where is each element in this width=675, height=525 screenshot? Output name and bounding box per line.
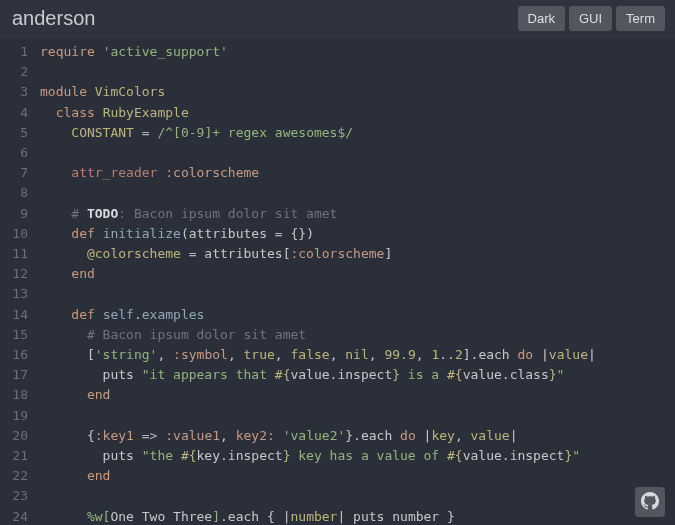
line-number: 21: [0, 446, 32, 466]
line-content: [32, 143, 40, 163]
code-line: 21 puts "the #{key.inspect} key has a va…: [0, 446, 675, 466]
code-line: 12 end: [0, 264, 675, 284]
code-line: 7 attr_reader :colorscheme: [0, 163, 675, 183]
code-line: 22 end: [0, 466, 675, 486]
code-line: 16 ['string', :symbol, true, false, nil,…: [0, 345, 675, 365]
dark-button[interactable]: Dark: [518, 6, 565, 31]
line-content: attr_reader :colorscheme: [32, 163, 259, 183]
code-line: 4 class RubyExample: [0, 103, 675, 123]
line-number: 7: [0, 163, 32, 183]
line-content: [32, 62, 40, 82]
header-bar: anderson Dark GUI Term: [0, 0, 675, 39]
line-number: 20: [0, 426, 32, 446]
line-number: 15: [0, 325, 32, 345]
line-content: [32, 486, 40, 506]
line-content: [32, 183, 40, 203]
line-content: %w[One Two Three].each { |number| puts n…: [32, 507, 455, 525]
line-content: end: [32, 385, 110, 405]
line-number: 14: [0, 305, 32, 325]
line-content: [32, 406, 40, 426]
mode-buttons: Dark GUI Term: [518, 6, 665, 31]
colorscheme-title: anderson: [12, 7, 95, 30]
gui-button[interactable]: GUI: [569, 6, 612, 31]
code-line: 15 # Bacon ipsum dolor sit amet: [0, 325, 675, 345]
line-number: 9: [0, 204, 32, 224]
line-content: @colorscheme = attributes[:colorscheme]: [32, 244, 392, 264]
code-line: 6: [0, 143, 675, 163]
line-number: 3: [0, 82, 32, 102]
code-line: 14 def self.examples: [0, 305, 675, 325]
line-number: 2: [0, 62, 32, 82]
code-line: 13: [0, 284, 675, 304]
line-number: 23: [0, 486, 32, 506]
line-number: 18: [0, 385, 32, 405]
line-number: 16: [0, 345, 32, 365]
line-number: 22: [0, 466, 32, 486]
line-number: 13: [0, 284, 32, 304]
line-number: 12: [0, 264, 32, 284]
line-content: class RubyExample: [32, 103, 189, 123]
code-line: 5 CONSTANT = /^[0-9]+ regex awesomes$/: [0, 123, 675, 143]
code-line: 19: [0, 406, 675, 426]
line-number: 10: [0, 224, 32, 244]
term-button[interactable]: Term: [616, 6, 665, 31]
line-content: puts "it appears that #{value.inspect} i…: [32, 365, 564, 385]
line-content: {:key1 => :value1, key2: 'value2'}.each …: [32, 426, 518, 446]
line-number: 1: [0, 42, 32, 62]
line-content: CONSTANT = /^[0-9]+ regex awesomes$/: [32, 123, 353, 143]
line-content: module VimColors: [32, 82, 165, 102]
line-number: 11: [0, 244, 32, 264]
code-line: 3module VimColors: [0, 82, 675, 102]
code-line: 23: [0, 486, 675, 506]
line-content: # Bacon ipsum dolor sit amet: [32, 325, 306, 345]
code-line: 18 end: [0, 385, 675, 405]
code-line: 24 %w[One Two Three].each { |number| put…: [0, 507, 675, 525]
line-content: ['string', :symbol, true, false, nil, 99…: [32, 345, 596, 365]
line-content: require 'active_support': [32, 42, 228, 62]
code-line: 9 # TODO: Bacon ipsum dolor sit amet: [0, 204, 675, 224]
line-content: puts "the #{key.inspect} key has a value…: [32, 446, 580, 466]
line-content: def self.examples: [32, 305, 204, 325]
line-content: # TODO: Bacon ipsum dolor sit amet: [32, 204, 337, 224]
line-number: 5: [0, 123, 32, 143]
line-content: [32, 284, 40, 304]
line-number: 24: [0, 507, 32, 525]
code-line: 20 {:key1 => :value1, key2: 'value2'}.ea…: [0, 426, 675, 446]
code-line: 2: [0, 62, 675, 82]
line-number: 19: [0, 406, 32, 426]
code-line: 17 puts "it appears that #{value.inspect…: [0, 365, 675, 385]
code-editor: 1require 'active_support'23module VimCol…: [0, 39, 675, 525]
line-content: end: [32, 466, 110, 486]
line-number: 6: [0, 143, 32, 163]
code-line: 8: [0, 183, 675, 203]
code-line: 1require 'active_support': [0, 42, 675, 62]
github-icon: [641, 492, 659, 513]
code-line: 10 def initialize(attributes = {}): [0, 224, 675, 244]
code-line: 11 @colorscheme = attributes[:colorschem…: [0, 244, 675, 264]
line-content: end: [32, 264, 95, 284]
line-number: 8: [0, 183, 32, 203]
line-number: 4: [0, 103, 32, 123]
github-link[interactable]: [635, 487, 665, 517]
line-number: 17: [0, 365, 32, 385]
line-content: def initialize(attributes = {}): [32, 224, 314, 244]
